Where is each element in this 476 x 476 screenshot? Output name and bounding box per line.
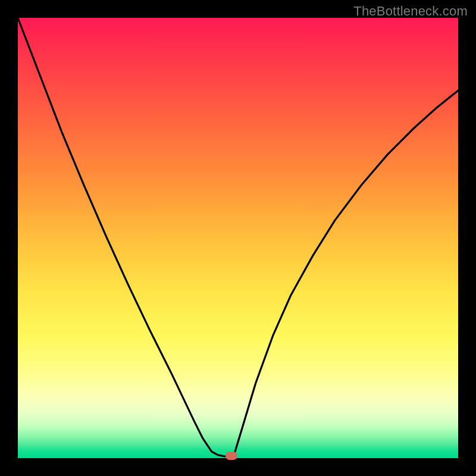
curve-path [18, 18, 458, 456]
watermark-text: TheBottleneck.com [353, 4, 468, 19]
minimum-marker [226, 452, 237, 460]
plot-area [18, 18, 458, 458]
chart-frame: TheBottleneck.com [0, 0, 476, 476]
bottleneck-curve [18, 18, 458, 458]
